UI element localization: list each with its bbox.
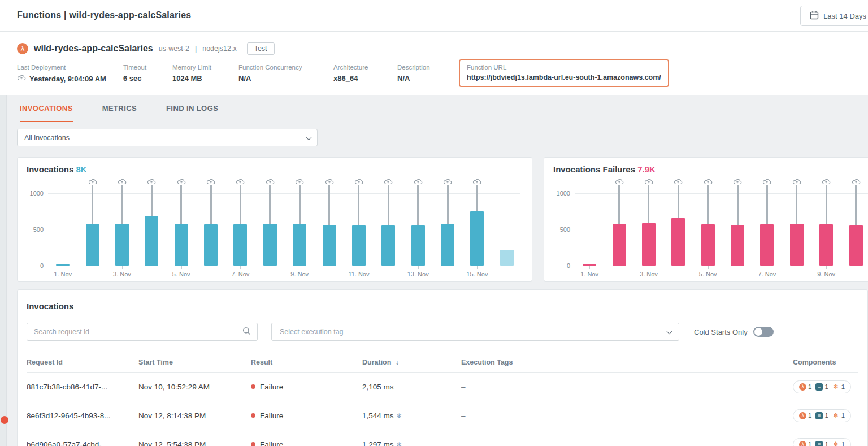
toggle-knob: [754, 328, 762, 336]
calendar-icon: [810, 11, 819, 21]
table-row[interactable]: b6d906a0-57a7-4cbd-...Nov 12, 5:54:38 PM…: [27, 430, 858, 446]
component-count: ≡1: [815, 383, 828, 391]
component-count-value: 1: [824, 383, 828, 390]
components-pill[interactable]: λ1≡1❄1: [793, 438, 851, 446]
detail-value: N/A: [397, 74, 453, 83]
deploy-marker-line: [180, 185, 182, 224]
chart-bar: [263, 224, 277, 266]
tab-find-in-logs[interactable]: FIND IN LOGS: [166, 95, 218, 122]
deploy-marker-line: [678, 185, 679, 218]
function-detail: Timeout6 sec: [123, 64, 172, 83]
function-detail: Function ConcurrencyN/A: [238, 64, 333, 83]
chart-gridline: [48, 266, 520, 266]
execution-tag-placeholder: Select execution tag: [280, 328, 344, 336]
start-time-cell: Nov 12, 5:54:38 PM: [138, 440, 251, 446]
function-url-box[interactable]: Function URL https://jbdviedj1s.lambda-u…: [459, 59, 669, 87]
chart-bar: [671, 218, 685, 266]
duration-cell: 1,544 ms❄: [362, 412, 461, 420]
x-axis-tick-label: 15. Nov: [466, 271, 488, 278]
start-time-cell: Nov 12, 8:14:38 PM: [138, 412, 251, 420]
deploy-cloud-icon: [704, 177, 713, 188]
chart-gridline: [575, 266, 868, 266]
detail-label: Architecture: [333, 64, 392, 71]
component-count-value: 1: [841, 383, 845, 390]
table-row[interactable]: 881c7b38-cb86-41d7-...Nov 10, 10:52:29 A…: [27, 373, 858, 401]
detail-value: x86_64: [333, 74, 392, 83]
request-id-search: [27, 323, 258, 341]
tab-invocations[interactable]: INVOCATIONS: [20, 95, 73, 122]
chart-total-value: 7.9K: [637, 164, 656, 174]
function-url-value[interactable]: https://jbdviedj1s.lambda-url.eu-south-1…: [467, 73, 661, 81]
collapsed-sidebar-strip[interactable]: [0, 95, 7, 446]
execution-tags-cell: –: [461, 412, 792, 420]
time-range-button[interactable]: Last 14 Days: [800, 6, 868, 26]
lambda-icon: λ: [799, 383, 806, 391]
column-header-start-time[interactable]: Start Time: [138, 358, 251, 366]
deploy-marker-line: [358, 185, 359, 225]
lambda-icon: λ: [799, 441, 806, 446]
components-pill[interactable]: λ1≡1❄1: [793, 380, 851, 393]
function-detail: Memory Limit1024 MB: [172, 64, 238, 83]
x-axis-tick: [589, 266, 590, 269]
chart-title: Invocations Failures 7.9K: [553, 164, 656, 174]
cold-start-icon: ❄: [397, 412, 402, 420]
deploy-marker-line: [707, 185, 709, 224]
chart-bar: [470, 211, 484, 266]
search-button[interactable]: [236, 323, 257, 340]
x-axis-tick-label: 1. Nov: [580, 271, 598, 278]
detail-label: Memory Limit: [172, 64, 233, 71]
deploy-marker-line: [737, 185, 739, 225]
deploy-marker-line: [447, 185, 449, 224]
test-button[interactable]: Test: [247, 42, 275, 55]
x-axis-tick-label: 7. Nov: [758, 271, 776, 278]
invocations-filter-select[interactable]: All invocations: [17, 129, 318, 146]
page-title: Functions | wild-rydes-app-calcSalaries: [17, 10, 191, 20]
detail-label: Last Deployment: [17, 64, 118, 71]
detail-value: N/A: [238, 74, 328, 83]
components-cell: λ1≡1❄1: [792, 438, 858, 446]
component-count: ❄1: [832, 441, 845, 446]
deploy-cloud-icon: [644, 177, 653, 188]
x-axis-tick: [418, 266, 419, 269]
component-count-value: 1: [841, 441, 845, 446]
y-axis-tick-label: 500: [560, 226, 570, 233]
y-axis-tick-label: 0: [40, 262, 44, 269]
component-count-value: 1: [824, 412, 828, 419]
search-input[interactable]: [27, 323, 236, 340]
request-id-cell: 881c7b38-cb86-41d7-...: [27, 383, 138, 391]
execution-tag-select[interactable]: Select execution tag: [271, 323, 679, 341]
result-text: Failure: [260, 412, 283, 420]
column-header-duration[interactable]: Duration ↓: [362, 358, 461, 366]
deploy-cloud-icon: [674, 177, 683, 188]
cold-starts-toggle[interactable]: [753, 327, 774, 337]
table-row[interactable]: 8e6f3d12-9645-4b93-8...Nov 12, 8:14:38 P…: [27, 401, 858, 430]
deploy-marker-line: [328, 185, 330, 225]
chart-bar: [441, 224, 454, 266]
deploy-cloud-icon: [615, 177, 624, 188]
chevron-down-icon: [666, 328, 672, 334]
function-detail: Architecturex86_64: [333, 64, 397, 83]
tab-bar: INVOCATIONSMETRICSFIND IN LOGS: [0, 95, 868, 122]
request-id-cell: b6d906a0-57a7-4cbd-...: [27, 440, 138, 446]
components-pill[interactable]: λ1≡1❄1: [793, 409, 851, 422]
service-icon: ≡: [815, 441, 823, 446]
column-header-components[interactable]: Components: [792, 358, 858, 366]
chart-bar: [204, 224, 218, 266]
component-count: ❄1: [832, 412, 845, 419]
deploy-marker-line: [92, 185, 93, 224]
tab-metrics[interactable]: METRICS: [102, 95, 137, 122]
component-count: ❄1: [832, 383, 845, 391]
chart-bar: [819, 224, 833, 266]
column-header-result[interactable]: Result: [251, 358, 362, 366]
column-header-request-id[interactable]: Request Id: [27, 358, 138, 366]
column-header-execution-tags[interactable]: Execution Tags: [461, 358, 792, 366]
deploy-marker-line: [210, 185, 212, 224]
chart-bar: [175, 224, 188, 266]
service-icon: ≡: [815, 412, 823, 419]
deploy-cloud-icon: [384, 177, 393, 188]
notification-badge[interactable]: [1, 416, 8, 424]
duration-text: 2,105 ms: [362, 383, 394, 391]
deploy-cloud-icon: [206, 177, 215, 188]
deploy-cloud-icon: [733, 177, 742, 188]
chart-bar: [642, 223, 656, 266]
